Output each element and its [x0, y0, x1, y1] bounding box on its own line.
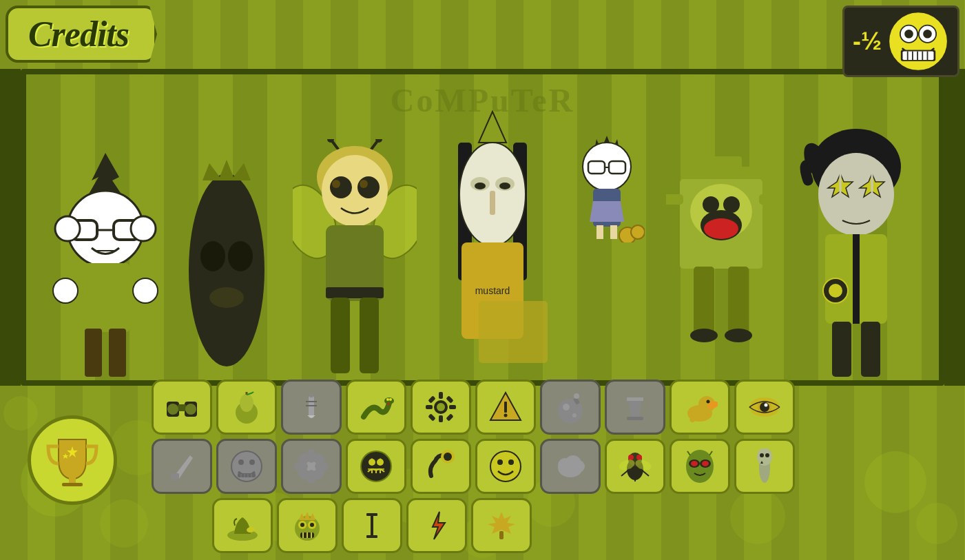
- svg-point-211: [691, 461, 698, 466]
- svg-rect-88: [701, 156, 742, 170]
- svg-rect-126: [309, 396, 314, 418]
- svg-point-92: [723, 196, 740, 213]
- svg-point-146: [504, 414, 508, 417]
- svg-marker-127: [307, 415, 315, 418]
- svg-point-42: [228, 241, 253, 271]
- svg-rect-163: [171, 473, 179, 480]
- character-dark-blob: [182, 160, 271, 380]
- svg-rect-97: [694, 267, 714, 335]
- icon-row-1: [152, 380, 958, 435]
- character-mustard: mustard: [437, 105, 548, 380]
- character-nerd: [50, 146, 160, 380]
- icon-cloud[interactable]: [540, 439, 601, 494]
- svg-point-151: [572, 413, 577, 417]
- icon-syringe[interactable]: [281, 380, 342, 435]
- icon-maple-leaf[interactable]: [471, 498, 532, 553]
- icon-smile-face[interactable]: [216, 439, 277, 494]
- icon-snake[interactable]: [346, 380, 406, 435]
- svg-point-16: [904, 30, 913, 39]
- svg-point-94: [704, 218, 738, 239]
- icon-duck[interactable]: [670, 380, 730, 435]
- icon-row-3: [212, 498, 958, 553]
- icon-phone[interactable]: [411, 439, 471, 494]
- icon-fly[interactable]: [605, 439, 665, 494]
- svg-point-41: [200, 241, 225, 271]
- icon-bomb[interactable]: [540, 380, 601, 435]
- svg-rect-72: [479, 301, 548, 363]
- svg-rect-140: [428, 395, 435, 403]
- svg-rect-96: [759, 194, 776, 205]
- svg-point-54: [357, 176, 380, 198]
- svg-point-56: [360, 180, 368, 188]
- svg-point-86: [631, 225, 645, 239]
- svg-rect-142: [428, 413, 435, 421]
- icon-pear[interactable]: [216, 380, 277, 435]
- svg-rect-58: [326, 287, 384, 298]
- icon-binoculars[interactable]: [152, 380, 212, 435]
- icon-smiley-yellow[interactable]: [475, 439, 536, 494]
- svg-point-124: [240, 394, 253, 412]
- svg-rect-167: [238, 473, 256, 477]
- icon-flower[interactable]: [281, 439, 342, 494]
- svg-point-68: [499, 183, 510, 189]
- svg-rect-95: [666, 194, 683, 205]
- credits-badge: Credits: [6, 6, 157, 63]
- svg-rect-111: [887, 249, 908, 260]
- svg-point-202: [636, 455, 642, 460]
- svg-rect-128: [310, 393, 313, 397]
- svg-point-32: [55, 216, 80, 241]
- svg-rect-115: [62, 483, 83, 486]
- icon-flash[interactable]: [406, 498, 467, 553]
- svg-point-226: [310, 523, 314, 527]
- svg-point-198: [572, 460, 585, 473]
- svg-point-161: [760, 402, 769, 412]
- icon-knife[interactable]: [152, 439, 212, 494]
- svg-point-201: [628, 455, 634, 460]
- svg-point-37: [133, 278, 158, 303]
- icon-warning[interactable]: [475, 380, 536, 435]
- svg-rect-143: [446, 413, 453, 421]
- svg-point-212: [702, 461, 709, 466]
- svg-rect-38: [85, 329, 102, 377]
- svg-point-192: [490, 451, 521, 481]
- svg-marker-234: [433, 512, 445, 539]
- svg-rect-141: [446, 395, 453, 403]
- svg-point-165: [238, 459, 244, 465]
- svg-marker-82: [590, 201, 624, 222]
- svg-point-43: [209, 287, 244, 308]
- svg-point-110: [829, 284, 842, 298]
- characters-row: mustard: [26, 105, 939, 380]
- svg-point-55: [332, 180, 340, 188]
- svg-point-184: [369, 459, 375, 466]
- icon-eye[interactable]: [734, 380, 795, 435]
- icon-evil-face[interactable]: [346, 439, 406, 494]
- svg-point-149: [574, 393, 579, 399]
- icon-gear[interactable]: [411, 380, 471, 435]
- svg-marker-61: [479, 112, 506, 143]
- svg-point-33: [131, 216, 156, 241]
- svg-rect-154: [627, 397, 643, 401]
- svg-point-166: [249, 459, 255, 465]
- svg-rect-233: [366, 535, 377, 538]
- icon-frog-crown[interactable]: [277, 498, 338, 553]
- svg-point-216: [757, 448, 772, 466]
- svg-point-53: [330, 176, 352, 198]
- svg-rect-83: [596, 225, 603, 239]
- svg-point-191: [444, 453, 452, 461]
- icon-hat[interactable]: [212, 498, 273, 553]
- character-box: [666, 139, 776, 380]
- svg-line-214: [709, 451, 712, 455]
- svg-point-40: [189, 174, 264, 366]
- svg-rect-59: [331, 298, 350, 373]
- svg-point-194: [508, 459, 514, 465]
- icon-worm[interactable]: [734, 439, 795, 494]
- icon-cup[interactable]: [605, 380, 665, 435]
- svg-rect-231: [371, 513, 373, 538]
- icon-cursor[interactable]: [342, 498, 402, 553]
- svg-rect-145: [504, 402, 507, 413]
- trophy-button[interactable]: [28, 415, 117, 505]
- icon-alien[interactable]: [670, 439, 730, 494]
- svg-point-150: [563, 404, 570, 411]
- character-flying-doll: [569, 132, 645, 242]
- svg-point-162: [765, 404, 768, 407]
